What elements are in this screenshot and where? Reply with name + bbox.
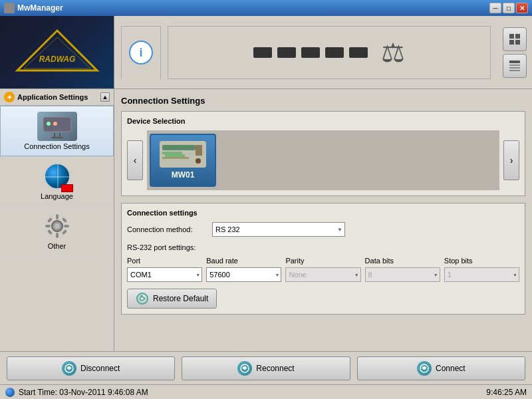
svg-point-18: [55, 223, 60, 229]
connect-button[interactable]: Connect: [357, 356, 525, 380]
bottom-bar: Disconnect Reconnect Connect: [0, 351, 532, 384]
header-button-2[interactable]: [503, 54, 527, 78]
data-bits-label: Data bits: [365, 257, 440, 265]
reconnect-label: Reconnect: [256, 364, 294, 373]
sidebar-expand-button[interactable]: ▲: [100, 92, 110, 102]
svg-point-13: [53, 122, 57, 126]
port-grid: Port COM1 COM2 COM3 COM4 Baud rate: [127, 257, 519, 282]
svg-point-12: [47, 122, 51, 126]
disconnect-label: Disconnect: [80, 364, 120, 373]
svg-rect-28: [162, 145, 196, 149]
sidebar-item-label-connection: Connection Settings: [24, 142, 89, 150]
svg-rect-30: [162, 157, 189, 159]
scale-dash-4: [325, 47, 344, 58]
sidebar-header: ✦ Application Settings ▲: [0, 89, 114, 106]
gear-svg: [44, 213, 70, 239]
restore-icon: [136, 292, 149, 305]
svg-rect-23: [47, 217, 52, 223]
disconnect-button[interactable]: Disconnect: [7, 356, 175, 380]
device-card-mw01[interactable]: MW01: [150, 134, 216, 187]
parity-select: None Even Odd: [285, 267, 360, 282]
header-right: [497, 16, 532, 88]
logo: RADWAG: [11, 26, 104, 79]
status-icon: [5, 388, 15, 397]
svg-rect-10: [509, 70, 520, 71]
svg-rect-26: [61, 229, 66, 235]
top-area: RADWAG i ⚖: [0, 16, 532, 89]
reconnect-icon: [237, 361, 252, 376]
svg-marker-0: [17, 31, 97, 70]
data-bits-select: 7 8: [365, 267, 440, 282]
svg-rect-3: [509, 34, 514, 39]
device-name-mw01: MW01: [172, 170, 195, 180]
scale-dash-3: [301, 47, 320, 58]
info-button[interactable]: i: [129, 41, 153, 65]
parity-label: Parity: [285, 257, 360, 265]
device-carousel: ‹: [127, 130, 519, 190]
sidebar-item-language[interactable]: Language: [0, 156, 114, 206]
baud-rate-select[interactable]: 9600 19200 38400 57600 115200: [206, 267, 281, 282]
svg-rect-22: [64, 225, 69, 227]
restore-default-label: Restore Default: [153, 294, 208, 303]
baud-rate-select-wrapper: 9600 19200 38400 57600 115200: [206, 267, 281, 282]
reconnect-svg: [240, 364, 249, 373]
svg-rect-20: [56, 233, 59, 238]
connect-svg: [420, 364, 429, 373]
sidebar-item-connection[interactable]: Connection Settings: [0, 106, 114, 156]
svg-rect-31: [196, 145, 202, 156]
minimize-button[interactable]: ─: [489, 3, 501, 13]
svg-rect-15: [59, 133, 61, 137]
table-icon: [508, 59, 521, 72]
parity-col: Parity None Even Odd: [285, 257, 360, 282]
svg-point-32: [196, 158, 201, 164]
close-button[interactable]: ✕: [516, 3, 528, 13]
scale-dash-5: [349, 47, 368, 58]
language-icon: [43, 162, 72, 191]
app-icon: [4, 3, 15, 13]
sidebar-item-other[interactable]: Other: [0, 206, 114, 256]
stop-bits-col: Stop bits 1 2: [444, 257, 519, 282]
carousel-next-button[interactable]: ›: [503, 140, 519, 180]
stop-bits-label: Stop bits: [444, 257, 519, 265]
svg-rect-25: [47, 229, 52, 235]
svg-rect-16: [51, 137, 63, 138]
baud-rate-label: Baud rate: [206, 257, 281, 265]
logo-area: RADWAG: [0, 16, 114, 88]
port-label: Port: [127, 257, 202, 265]
radwag-logo-svg: RADWAG: [14, 27, 100, 77]
connect-label: Connect: [436, 364, 466, 373]
sidebar-item-label-language: Language: [41, 192, 73, 200]
status-left: Start Time: 03-Nov-2011 9:46:08 AM: [5, 388, 148, 397]
header-center: i ⚖: [114, 16, 497, 88]
svg-rect-29: [162, 152, 182, 154]
maximize-button[interactable]: □: [503, 3, 515, 13]
main-container: RADWAG i ⚖: [0, 16, 532, 399]
port-col: Port COM1 COM2 COM3 COM4: [127, 257, 202, 282]
sidebar-item-label-other: Other: [48, 242, 66, 250]
connection-method-select-wrapper: RS 232 USB Ethernet: [212, 222, 345, 237]
sidebar: ✦ Application Settings ▲ Connection: [0, 89, 114, 351]
device-image-mw01: [160, 141, 206, 168]
restore-default-button[interactable]: Restore Default: [127, 289, 217, 309]
main-panel: Connection Settings Device Selection ‹: [114, 89, 532, 351]
window-controls: ─ □ ✕: [489, 3, 528, 13]
connection-method-select[interactable]: RS 232 USB Ethernet: [212, 222, 345, 237]
data-bits-select-wrapper: 7 8: [365, 267, 440, 282]
other-icon: [43, 211, 72, 241]
device-section-title: Device Selection: [127, 117, 519, 125]
settings-star-icon: ✦: [4, 92, 15, 102]
svg-rect-9: [509, 67, 520, 68]
scale-display: [253, 47, 368, 58]
status-current-time: 9:46:25 AM: [486, 388, 527, 397]
svg-point-35: [68, 367, 70, 370]
disconnect-svg: [65, 364, 74, 373]
svg-rect-5: [509, 40, 514, 45]
tab-info[interactable]: i: [121, 26, 161, 79]
connection-section-title: Connection settings: [127, 209, 519, 217]
status-start-time: Start Time: 03-Nov-2011 9:46:08 AM: [19, 388, 148, 397]
carousel-prev-button[interactable]: ‹: [127, 140, 143, 180]
header-button-1[interactable]: [503, 27, 527, 51]
svg-point-37: [243, 367, 246, 370]
port-select[interactable]: COM1 COM2 COM3 COM4: [127, 267, 202, 282]
reconnect-button[interactable]: Reconnect: [182, 356, 350, 380]
